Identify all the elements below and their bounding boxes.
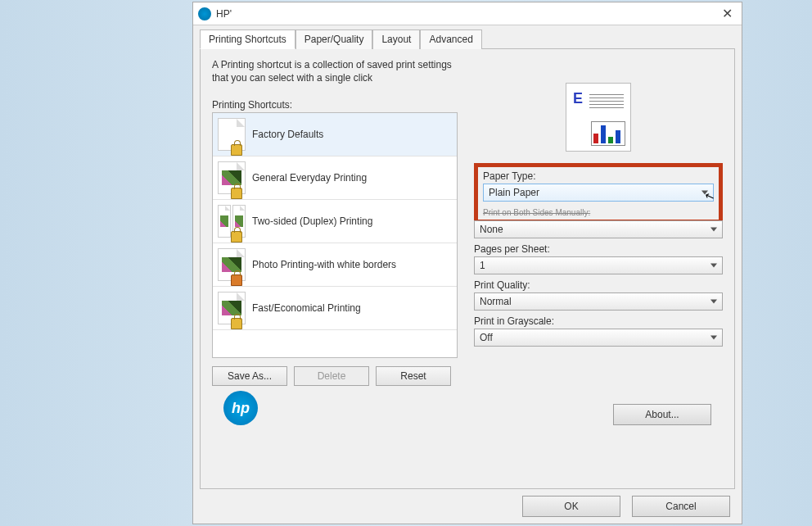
print-quality-select[interactable]: Normal: [474, 292, 723, 311]
hp-logo-icon: [198, 7, 211, 20]
lock-icon: [231, 231, 242, 243]
grayscale-value: Off: [480, 332, 493, 343]
shortcut-label: Fast/Economical Printing: [252, 302, 361, 314]
shortcut-label: Photo Printing-with white borders: [252, 259, 396, 270]
tab-paper-quality[interactable]: Paper/Quality: [295, 29, 373, 49]
pages-per-sheet-select[interactable]: 1: [474, 256, 723, 274]
tab-advanced[interactable]: Advanced: [420, 29, 481, 49]
chevron-down-icon: [701, 191, 708, 195]
cancel-button[interactable]: Cancel: [632, 496, 730, 517]
both-sides-select[interactable]: None: [474, 220, 723, 238]
tab-printing-shortcuts[interactable]: Printing Shortcuts: [200, 29, 295, 49]
shortcut-fast-economical[interactable]: Fast/Economical Printing: [213, 287, 457, 330]
shortcut-duplex[interactable]: Two-sided (Duplex) Printing: [213, 200, 457, 243]
lock-icon: [231, 188, 242, 199]
tab-label: Layout: [381, 34, 411, 45]
tab-row: Printing Shortcuts Paper/Quality Layout …: [200, 29, 742, 48]
print-quality-value: Normal: [480, 296, 512, 307]
about-button[interactable]: About...: [613, 404, 711, 425]
shortcut-general-everyday[interactable]: General Everyday Printing: [213, 156, 457, 200]
window-title: HP': [216, 8, 232, 20]
shortcut-label: Factory Defaults: [252, 129, 323, 140]
tab-label: Paper/Quality: [304, 34, 364, 45]
paper-type-select[interactable]: Plain Paper ↖: [483, 184, 714, 202]
shortcut-label: Two-sided (Duplex) Printing: [252, 215, 372, 227]
page-preview: E: [566, 83, 631, 152]
delete-button: Delete: [294, 366, 369, 386]
shortcuts-list: Factory Defaults General Everyday Printi…: [212, 112, 458, 358]
lock-icon: [231, 318, 242, 329]
grayscale-label: Print in Grayscale:: [474, 315, 723, 327]
both-sides-label-obscured: Print on Both Sides Manually:: [483, 208, 590, 217]
lock-icon: [231, 144, 242, 156]
hp-logo-icon: hp: [223, 391, 258, 425]
tab-label: Advanced: [429, 34, 472, 45]
intro-text: A Printing shortcut is a collection of s…: [212, 59, 458, 84]
tab-label: Printing Shortcuts: [209, 34, 286, 45]
ok-button[interactable]: OK: [522, 496, 620, 517]
tab-panel: A Printing shortcut is a collection of s…: [200, 48, 735, 489]
chevron-down-icon: [710, 264, 717, 268]
preview-chart-icon: [591, 121, 625, 146]
both-sides-value: None: [480, 224, 503, 235]
paper-type-highlight: Paper Type: Plain Paper ↖ Print on Both …: [474, 163, 723, 224]
lock-icon: [231, 274, 242, 286]
shortcut-label: General Everyday Printing: [252, 172, 367, 184]
close-icon[interactable]: ✕: [719, 6, 735, 21]
chevron-down-icon: [710, 300, 717, 304]
dialog-button-row: OK Cancel: [193, 489, 742, 524]
print-quality-label: Print Quality:: [474, 279, 723, 291]
chevron-down-icon: [710, 228, 717, 232]
grayscale-select[interactable]: Off: [474, 329, 723, 347]
pages-per-sheet-label: Pages per Sheet:: [474, 243, 723, 255]
shortcut-photo-borders[interactable]: Photo Printing-with white borders: [213, 243, 457, 287]
shortcut-factory-defaults[interactable]: Factory Defaults: [213, 113, 457, 156]
paper-type-value: Plain Paper: [489, 187, 539, 198]
shortcuts-heading: Printing Shortcuts:: [212, 99, 458, 111]
chevron-down-icon: [710, 336, 717, 340]
tab-layout[interactable]: Layout: [372, 29, 420, 49]
save-as-button[interactable]: Save As...: [212, 366, 287, 386]
paper-type-label: Paper Type:: [483, 170, 714, 182]
print-preferences-dialog: HP' ✕ Printing Shortcuts Paper/Quality L…: [192, 2, 742, 524]
pages-per-sheet-value: 1: [480, 260, 485, 271]
preview-letter: E: [573, 90, 583, 107]
reset-button[interactable]: Reset: [376, 366, 451, 386]
titlebar: HP' ✕: [193, 2, 742, 25]
